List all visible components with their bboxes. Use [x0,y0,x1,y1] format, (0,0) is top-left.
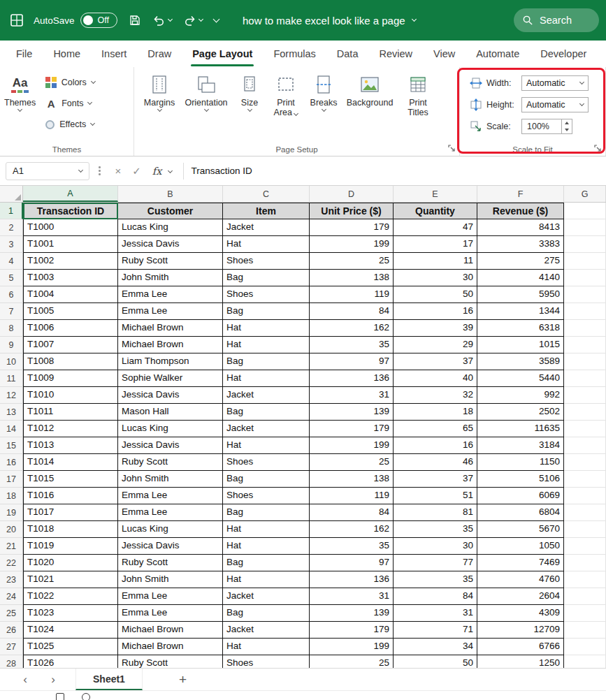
cell[interactable]: 65 [394,421,477,437]
cell[interactable]: 139 [310,605,394,622]
cell[interactable]: 16 [394,437,477,454]
cancel-icon[interactable]: × [110,165,127,177]
column-header-D[interactable]: D [310,186,394,202]
cell[interactable] [564,639,606,655]
column-header-B[interactable]: B [118,186,223,202]
cell[interactable]: Hat [223,337,310,353]
row-header-2[interactable]: 2 [0,219,23,236]
ribbon-tab-page-layout[interactable]: Page Layout [182,41,263,67]
cell[interactable]: 992 [477,387,564,404]
undo-button[interactable] [152,14,172,27]
print-titles-button[interactable]: Print Titles [398,71,438,117]
margins-button[interactable]: Margins [140,71,179,111]
row-header-5[interactable]: 5 [0,270,23,286]
row-header-10[interactable]: 10 [0,353,23,370]
cell[interactable]: Emma Lee [118,504,223,521]
cell[interactable]: 2604 [477,588,564,605]
cell[interactable]: T1014 [23,454,118,471]
ribbon-tab-automate[interactable]: Automate [466,41,530,67]
cell[interactable] [564,303,606,320]
add-sheet-button[interactable]: + [179,669,187,690]
cell[interactable]: 275 [477,253,564,270]
sheet-tab-sheet1[interactable]: Sheet1 [75,669,143,690]
cell[interactable]: Lucas King [118,421,223,437]
cell[interactable]: T1019 [23,538,118,555]
cell[interactable]: 40 [394,370,477,387]
cell[interactable]: 4309 [477,605,564,622]
row-header-13[interactable]: 13 [0,404,23,421]
cell[interactable]: 37 [394,471,477,488]
cell[interactable] [564,437,606,454]
cell[interactable]: Jacket [223,219,310,236]
cell[interactable]: Bag [223,605,310,622]
cell[interactable]: T1011 [23,404,118,421]
theme-effects-button[interactable]: Effects [43,117,98,132]
cell[interactable]: 5106 [477,471,564,488]
ribbon-tab-formulas[interactable]: Formulas [263,41,326,67]
cell[interactable] [564,203,606,219]
cell[interactable]: Ruby Scott [118,454,223,471]
cell[interactable]: T1005 [23,303,118,320]
autosave-toggle[interactable]: Off [80,13,117,28]
cell[interactable]: T1001 [23,236,118,253]
cell[interactable]: Mason Hall [118,404,223,421]
cell[interactable] [564,655,606,668]
cell[interactable]: 37 [394,353,477,370]
cell[interactable]: Emma Lee [118,303,223,320]
redo-button[interactable] [183,14,203,27]
cell[interactable]: Bag [223,504,310,521]
cell[interactable]: 119 [310,488,394,504]
cell[interactable]: 18 [394,404,477,421]
cell[interactable]: 31 [310,588,394,605]
ribbon-tab-review[interactable]: Review [368,41,423,67]
cell[interactable]: Item [223,203,310,219]
cell[interactable]: T1006 [23,320,118,337]
cell[interactable]: T1020 [23,555,118,571]
cell[interactable]: 6804 [477,504,564,521]
cell[interactable]: 31 [394,605,477,622]
cell[interactable]: T1024 [23,622,118,639]
cell[interactable] [564,387,606,404]
cell[interactable] [564,488,606,504]
cell[interactable]: 1150 [477,454,564,471]
cell[interactable]: 119 [310,286,394,303]
cell[interactable]: 162 [310,320,394,337]
cell[interactable] [564,236,606,253]
cell[interactable]: Emma Lee [118,588,223,605]
dialog-launcher-icon[interactable] [447,143,456,153]
cell[interactable]: 84 [310,504,394,521]
cell[interactable]: 3383 [477,236,564,253]
cell[interactable]: Lucas King [118,521,223,538]
row-header-3[interactable]: 3 [0,236,23,253]
row-header-11[interactable]: 11 [0,370,23,387]
cell[interactable]: Emma Lee [118,488,223,504]
cell[interactable]: 1050 [477,538,564,555]
cell[interactable]: 5440 [477,370,564,387]
cell[interactable]: Quantity [394,203,477,219]
cell[interactable]: 199 [310,437,394,454]
cell[interactable]: 11 [394,253,477,270]
cell[interactable]: Jessica Davis [118,437,223,454]
cell[interactable] [564,555,606,571]
cell[interactable] [564,605,606,622]
cell[interactable]: 97 [310,353,394,370]
cell[interactable]: 179 [310,622,394,639]
column-header-A[interactable]: A [23,186,118,202]
cell[interactable]: Revenue ($) [477,203,564,219]
cell[interactable]: Hat [223,236,310,253]
cell[interactable]: 32 [394,387,477,404]
cell[interactable]: 8413 [477,219,564,236]
cell[interactable]: Michael Brown [118,622,223,639]
status-icon[interactable] [82,693,90,700]
save-button[interactable] [129,14,141,27]
cell[interactable]: Hat [223,370,310,387]
column-header-E[interactable]: E [394,186,477,202]
cell[interactable]: 7469 [477,555,564,571]
cell[interactable]: T1021 [23,571,118,588]
cell[interactable]: 30 [394,270,477,286]
cell[interactable]: 6766 [477,639,564,655]
cell[interactable]: T1003 [23,270,118,286]
cell[interactable] [564,370,606,387]
chevron-down-icon[interactable] [199,17,203,22]
cell[interactable]: T1004 [23,286,118,303]
